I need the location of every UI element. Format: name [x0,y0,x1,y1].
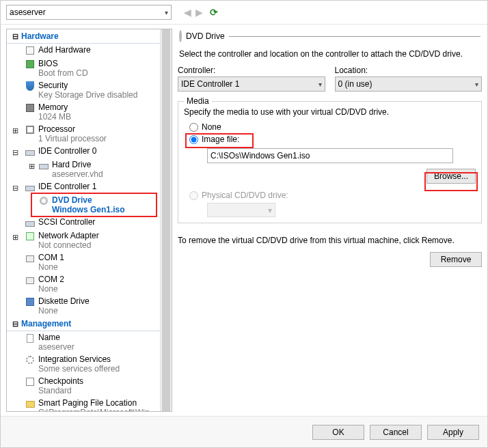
item-hard-drive[interactable]: · ⊞ Hard Driveaseserver.vhd [7,158,172,180]
forward-icon[interactable]: ▶ [194,7,204,18]
item-paging[interactable]: · Smart Paging File LocationC:\ProgramDa… [7,397,172,412]
image-path-input[interactable] [207,148,453,163]
chevron-down-icon: ▾ [268,206,272,215]
controller-label: Controller: [178,66,325,75]
server-select[interactable]: aseserver ▾ [6,5,172,20]
section-hardware-label: Hardware [21,31,59,41]
chevron-down-icon: ▾ [165,9,168,16]
server-name: aseserver [10,8,46,17]
add-hardware-icon [25,45,36,56]
item-scsi[interactable]: · SCSI Controller [7,216,172,229]
pane-title: DVD Drive [186,31,225,41]
section-management[interactable]: ⊟ Management [7,317,172,331]
sidebar-scrollbar[interactable] [160,29,172,411]
item-checkpoints[interactable]: · CheckpointsStandard [7,375,172,397]
item-bios[interactable]: · BIOSBoot from CD [7,57,172,79]
controller-icon [25,217,36,228]
bios-icon [25,59,36,70]
help-text: Select the controller and location on th… [179,49,480,59]
apply-button[interactable]: Apply [427,425,479,440]
physical-drive-select: ▾ [207,203,275,217]
item-com1[interactable]: · COM 1None [7,251,172,273]
ok-button[interactable]: OK [312,425,364,440]
radio-image[interactable]: Image file: [189,135,476,144]
remove-help: To remove the virtual CD/DVD drive from … [178,236,455,245]
content-pane: DVD Drive Select the controller and loca… [178,29,482,412]
cancel-button[interactable]: Cancel [370,425,422,440]
controller-icon [25,146,36,157]
dvd-icon [179,31,182,41]
radio-image-input[interactable] [189,135,198,144]
location-select[interactable]: 0 (in use) ▾ [335,76,483,92]
expand-icon[interactable]: ⊞ [11,126,19,135]
collapse-icon[interactable]: ⊟ [11,320,19,328]
item-name[interactable]: · Nameaseserver [7,331,172,353]
item-integration[interactable]: · Integration ServicesSome services offe… [7,353,172,375]
nav-buttons: ◀ ▶ ⟳ [182,7,218,18]
shield-icon [25,81,36,92]
com-port-icon [25,275,36,285]
item-network[interactable]: ⊞ Network AdapterNot connected [7,229,172,251]
browse-button[interactable]: Browse... [426,169,476,184]
controller-select[interactable]: IDE Controller 1 ▾ [178,76,325,92]
expand-icon[interactable]: ⊞ [27,161,36,171]
item-dvd-drive[interactable]: · DVD DriveWindows Gen1.iso [7,194,172,216]
processor-icon [25,124,36,135]
media-help: Specify the media to use with your virtu… [184,107,476,117]
collapse-icon[interactable]: ⊟ [11,32,19,41]
item-ide1[interactable]: ⊟ IDE Controller 1 [7,180,172,194]
media-group: Media Specify the media to use with your… [178,101,482,223]
gear-icon [25,354,36,365]
radio-none[interactable]: None [189,122,476,132]
network-icon [25,231,36,242]
top-toolbar: aseserver ▾ ◀ ▶ ⟳ [1,1,487,25]
location-label: Location: [335,66,483,75]
radio-physical: Physical CD/DVD drive: [189,191,476,200]
chevron-down-icon: ▾ [318,81,322,88]
dvd-icon [38,195,49,206]
back-icon[interactable]: ◀ [182,7,193,18]
pane-title-row: DVD Drive [178,29,482,44]
controller-icon [25,182,36,193]
radio-none-input[interactable] [189,123,198,132]
name-icon [25,333,36,344]
collapse-icon[interactable]: ⊟ [11,183,19,193]
checkpoint-icon [25,376,36,387]
item-add-hardware[interactable]: · Add Hardware [7,44,172,57]
expand-icon[interactable]: ⊞ [11,232,19,242]
refresh-icon[interactable]: ⟳ [210,7,218,18]
item-diskette[interactable]: · Diskette DriveNone [7,295,172,317]
section-hardware[interactable]: ⊟ Hardware [7,29,172,44]
com-port-icon [25,253,36,264]
item-com2[interactable]: · COM 2None [7,273,172,295]
settings-tree[interactable]: ⊟ Hardware · Add Hardware · BIOSBoot fro… [6,29,172,412]
hdd-icon [38,160,49,171]
radio-physical-input [189,191,198,200]
media-group-title: Media [184,96,212,106]
item-processor[interactable]: ⊞ Processor1 Virtual processor [7,123,172,145]
item-memory[interactable]: · Memory1024 MB [7,101,172,123]
item-security[interactable]: · SecurityKey Storage Drive disabled [7,79,172,101]
item-ide0[interactable]: ⊟ IDE Controller 0 [7,145,172,158]
chevron-down-icon: ▾ [475,81,478,88]
folder-icon [25,398,36,409]
section-management-label: Management [21,319,71,328]
collapse-icon[interactable]: ⊟ [11,148,19,157]
memory-icon [25,102,36,113]
dialog-footer: OK Cancel Apply [1,416,487,447]
diskette-icon [25,296,36,307]
remove-button[interactable]: Remove [430,252,482,267]
